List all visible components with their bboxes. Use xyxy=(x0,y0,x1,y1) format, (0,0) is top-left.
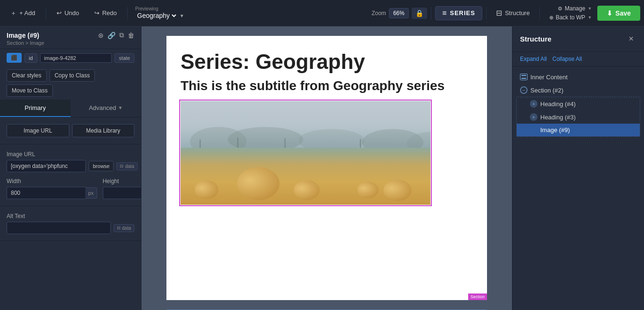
inner-content-label: Inner Content xyxy=(530,74,568,81)
image-url-label: Image URL xyxy=(7,151,134,158)
image-url-input[interactable] xyxy=(7,160,86,172)
canvas-page: Series: Geography This is the subtitle f… xyxy=(166,36,487,300)
image9-label: Image (#9) xyxy=(540,126,570,134)
separator3 xyxy=(431,7,431,20)
canvas-area: Series: Geography This is the subtitle f… xyxy=(141,26,512,310)
structure-item-image9[interactable]: Image (#9) xyxy=(517,124,640,136)
collapse-icon[interactable]: − xyxy=(520,86,528,94)
series-button[interactable]: ≡ SERIES xyxy=(435,6,482,20)
right-panel-actions: Expand All Collapse All xyxy=(512,52,644,67)
heading3-label: Heading (#3) xyxy=(540,114,576,121)
tab-advanced[interactable]: Advanced ▼ xyxy=(71,100,141,117)
previewing-area: Previewing Geography ▼ xyxy=(135,6,184,20)
alt-data-badge[interactable]: ⊟ data xyxy=(114,224,134,232)
left-panel: Image (#9) ⊛ 🔗 ⧉ 🗑 Section > Image ⬛ id … xyxy=(0,26,141,310)
dimensions-section: Width px Height px xyxy=(7,178,134,199)
expand-icon[interactable]: + xyxy=(530,100,537,108)
canvas-inner: Series: Geography This is the subtitle f… xyxy=(141,26,512,310)
zoom-value: 66% xyxy=(389,8,409,18)
manage-button[interactable]: ⚙ Manage ▼ xyxy=(554,4,595,13)
panel-breadcrumb: Section > Image xyxy=(7,40,134,46)
tabs: Primary Advanced ▼ xyxy=(0,100,141,117)
redo-icon: ↪ xyxy=(94,9,99,17)
height-input-wrap: px xyxy=(103,187,141,199)
image-url-button[interactable]: Image URL xyxy=(7,124,69,137)
image-element[interactable]: image xyxy=(181,101,430,205)
duplicate-button[interactable]: ⧉ xyxy=(119,31,124,39)
close-button[interactable]: × xyxy=(626,33,636,45)
image-url-section: Image URL browse ⊟ data Width px xyxy=(0,144,141,206)
link-button[interactable]: 🔗 xyxy=(107,31,116,39)
width-label: Width xyxy=(7,178,97,184)
redo-button[interactable]: ↪ Redo xyxy=(88,7,124,19)
series-subtitle: This is the subtitle from Geography seri… xyxy=(181,78,473,93)
state-tag: state xyxy=(115,53,134,63)
manage-icon: ⚙ xyxy=(558,6,562,12)
width-unit: px xyxy=(85,187,97,199)
wp-icon: ⊕ xyxy=(549,15,553,21)
separator4 xyxy=(486,7,487,20)
structure-item-heading3[interactable]: + Heading (#3) xyxy=(517,110,640,124)
image-url-input-wrap: browse ⊟ data xyxy=(7,160,134,172)
collapse-all-button[interactable]: Collapse All xyxy=(553,56,582,62)
add-button[interactable]: ＋ + Add xyxy=(4,6,42,20)
hierarchy-button[interactable]: ⊛ xyxy=(98,31,104,39)
undo-button[interactable]: ↩ Undo xyxy=(50,7,86,19)
back-to-wp-button[interactable]: ⊕ Back to WP ▼ xyxy=(545,13,596,22)
previewing-select-wrap: Geography ▼ xyxy=(135,11,184,20)
width-input[interactable] xyxy=(7,187,85,199)
page-content: Series: Geography This is the subtitle f… xyxy=(166,36,487,205)
zoom-label: Zoom xyxy=(372,10,386,17)
structure-list: Inner Content − Section (#2) + Heading (… xyxy=(512,67,644,310)
action-buttons: Clear styles Copy to Class Move to Class xyxy=(0,67,141,100)
panel-controls: ⬛ id state xyxy=(0,49,141,67)
section-label: Section (#2) xyxy=(530,87,563,94)
right-panel: Structure × Expand All Collapse All Inne… xyxy=(512,26,644,310)
save-icon: ⬇ xyxy=(607,9,612,17)
expand-all-button[interactable]: Expand All xyxy=(520,56,547,62)
image-url-field: Image URL browse ⊟ data xyxy=(7,151,134,172)
structure-item-heading4[interactable]: + Heading (#4) xyxy=(517,97,640,110)
panel-header: Image (#9) ⊛ 🔗 ⧉ 🗑 Section > Image xyxy=(0,26,141,49)
undo-icon: ↩ xyxy=(57,9,62,17)
copy-to-class-button[interactable]: Copy to Class xyxy=(50,69,95,82)
panel-title: Image (#9) xyxy=(7,32,39,39)
structure-item-section[interactable]: − Section (#2) xyxy=(512,84,644,97)
height-field: Height px xyxy=(103,178,141,199)
delete-button[interactable]: 🗑 xyxy=(128,31,134,39)
series-icon: ≡ xyxy=(442,9,447,17)
alt-text-input-wrap: ⊟ data xyxy=(7,222,134,234)
tab-primary[interactable]: Primary xyxy=(0,100,71,117)
display-toggle[interactable]: ⬛ xyxy=(7,53,22,63)
chevron-down-icon: ▼ xyxy=(587,6,592,11)
data-badge[interactable]: ⊟ data xyxy=(116,162,137,170)
image-source-buttons: Image URL Media Library xyxy=(7,124,134,137)
move-to-class-button[interactable]: Move to Class xyxy=(7,84,53,97)
alt-text-input[interactable] xyxy=(7,222,111,234)
structure-icon: ⊟ xyxy=(496,8,502,17)
chevron-down-icon3: ▼ xyxy=(118,105,123,110)
field-image xyxy=(181,101,430,205)
height-input[interactable] xyxy=(103,187,141,199)
media-library-button[interactable]: Media Library xyxy=(72,124,135,137)
zoom-area: Zoom 66% 🔒 xyxy=(372,8,427,19)
alt-text-section: Alt Text ⊟ data xyxy=(0,206,141,241)
structure-button[interactable]: ⊟ Structure xyxy=(490,6,536,20)
previewing-select[interactable]: Geography xyxy=(135,11,178,20)
id-input[interactable] xyxy=(40,53,112,63)
browse-button[interactable]: browse xyxy=(89,161,114,171)
structure-item-inner-content[interactable]: Inner Content xyxy=(512,70,644,84)
separator2 xyxy=(127,7,128,20)
width-input-wrap: px xyxy=(7,187,97,199)
clear-styles-button[interactable]: Clear styles xyxy=(7,69,47,82)
heading4-label: Heading (#4) xyxy=(540,101,576,108)
main-area: Image (#9) ⊛ 🔗 ⧉ 🗑 Section > Image ⬛ id … xyxy=(0,26,644,310)
separator xyxy=(46,7,46,20)
width-field: Width px xyxy=(7,178,97,199)
save-button[interactable]: ⬇ Save xyxy=(597,6,640,21)
expand-icon2[interactable]: + xyxy=(530,113,537,121)
plus-icon: ＋ xyxy=(10,9,17,17)
lock-button[interactable]: 🔒 xyxy=(412,8,427,19)
separator5 xyxy=(539,7,540,20)
image-source-section: Image URL Media Library xyxy=(0,117,141,144)
